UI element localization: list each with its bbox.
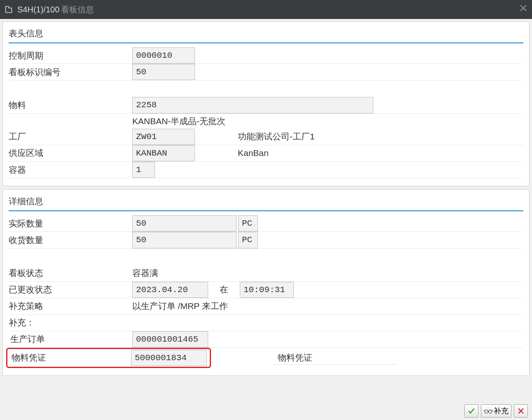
- svg-point-0: [485, 410, 488, 413]
- plant-label: 工厂: [9, 129, 132, 144]
- plant-description: 功能测试公司-工厂1: [238, 131, 315, 142]
- control-cycle-field[interactable]: 0000010: [132, 47, 195, 64]
- supply-area-label: 供应区域: [9, 146, 132, 160]
- kanban-id-field[interactable]: 50: [132, 64, 195, 80]
- replenish-button-label: 补充: [494, 406, 509, 416]
- app-icon: [4, 5, 13, 14]
- material-label: 物料: [9, 98, 132, 113]
- changed-date-field[interactable]: 2023.04.20: [132, 282, 208, 298]
- header-panel-title: 表头信息: [9, 25, 523, 43]
- svg-point-1: [489, 410, 492, 413]
- titlebar-title: 看板信息: [61, 4, 94, 15]
- gr-qty-label: 收货数量: [9, 233, 132, 248]
- material-document-highlight: 物料凭证 5000001834: [6, 348, 211, 368]
- mat-doc-label: 物料凭证: [10, 350, 131, 365]
- control-cycle-label: 控制周期: [9, 48, 132, 63]
- prod-order-label: 生产订单: [9, 332, 132, 347]
- detail-panel: 详细信息 实际数量 50 PC 收货数量 50 PC 看板状态 容器满 已更改状…: [2, 189, 530, 376]
- mat-doc-field[interactable]: 5000001834: [131, 350, 207, 366]
- close-icon[interactable]: ✕: [519, 4, 528, 13]
- material-description: KANBAN-半成品-无批次: [132, 116, 225, 127]
- container-label: 容器: [9, 163, 132, 177]
- replenish-label: 补充：: [9, 315, 132, 330]
- footer-toolbar: 补充: [460, 402, 532, 420]
- changed-time-field[interactable]: 10:09:31: [240, 282, 294, 298]
- gr-qty-field[interactable]: 50: [132, 232, 237, 248]
- header-panel: 表头信息 控制周期 0000010 看板标识编号 50 物料 2258 KANB…: [2, 21, 530, 186]
- glasses-icon: [484, 408, 493, 414]
- check-icon: [467, 407, 476, 415]
- kanban-status-label: 看板状态: [9, 266, 132, 281]
- plant-field[interactable]: ZW01: [132, 129, 195, 145]
- strategy-label: 补充策略: [9, 299, 132, 314]
- prod-order-field[interactable]: 000001001465: [132, 331, 208, 347]
- gr-qty-uom[interactable]: PC: [238, 232, 258, 248]
- cancel-button[interactable]: [514, 404, 528, 418]
- mat-doc-side-input[interactable]: [274, 351, 397, 365]
- supply-area-description: KanBan: [238, 148, 269, 158]
- at-label: 在: [220, 284, 228, 295]
- kanban-status-value: 容器满: [132, 267, 158, 279]
- actual-qty-field[interactable]: 50: [132, 215, 237, 231]
- supply-area-field[interactable]: KANBAN: [132, 145, 195, 161]
- kanban-id-label: 看板标识编号: [9, 65, 132, 80]
- titlebar-system: S4H(1)/100: [17, 5, 59, 14]
- actual-qty-uom[interactable]: PC: [238, 215, 258, 231]
- actual-qty-label: 实际数量: [9, 216, 132, 231]
- titlebar: S4H(1)/100 看板信息 ✕: [0, 0, 532, 19]
- changed-status-label: 已更改状态: [9, 282, 132, 297]
- confirm-button[interactable]: [464, 404, 478, 418]
- replenish-button[interactable]: 补充: [481, 404, 511, 418]
- container-field[interactable]: 1: [132, 162, 155, 178]
- cancel-icon: [517, 407, 525, 415]
- strategy-value: 以生产订单 /MRP 来工作: [132, 300, 228, 312]
- detail-panel-title: 详细信息: [9, 193, 523, 211]
- content-area: 表头信息 控制周期 0000010 看板标识编号 50 物料 2258 KANB…: [0, 19, 532, 382]
- material-field[interactable]: 2258: [132, 97, 373, 113]
